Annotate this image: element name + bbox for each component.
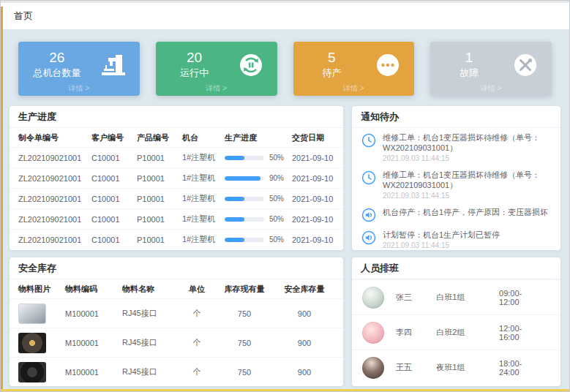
product-no: P10001 — [137, 215, 182, 224]
stat-card-fault[interactable]: 1 故障 详情 > — [430, 42, 552, 96]
shift-time: 12:00-16:00 — [499, 324, 550, 342]
machine: 1#注塑机 — [182, 234, 225, 245]
machine: 1#注塑机 — [182, 152, 225, 163]
column-header: 机台 — [182, 132, 225, 143]
ellipsis-icon — [370, 53, 405, 85]
stat-value: 20 — [156, 50, 233, 65]
detail-link[interactable]: 详情 > — [18, 83, 140, 94]
material-unit: 个 — [179, 337, 214, 348]
column-header: 客户编号 — [91, 132, 137, 143]
material-name: RJ45接口 — [122, 337, 179, 348]
order-no: ZL202109021001 — [18, 215, 91, 224]
production-panel: 生产进度 制令单编号 客户编号 产品编号 机台 生产进度 交货日期 ZL2021… — [10, 106, 343, 250]
machine-icon — [96, 54, 131, 83]
progress-label: 90% — [269, 174, 284, 182]
notification-item[interactable]: 计划暂停：机台1生产计划已暂停 2021.09.03 11:44:15 — [352, 225, 560, 250]
material-unit: 个 — [179, 308, 214, 319]
progress-bar — [225, 197, 264, 201]
detail-link[interactable]: 详情 > — [156, 83, 277, 94]
stat-card-waiting[interactable]: 5 待产 详情 > — [293, 42, 415, 96]
delivery-date: 2021-09-10 — [292, 174, 334, 183]
detail-link[interactable]: 详情 > — [293, 83, 415, 94]
delivery-date: 2021-09-10 — [292, 195, 334, 203]
detail-link[interactable]: 详情 > — [430, 83, 552, 94]
inventory-panel: 安全库存 物料图片 物料编码 物料名称 单位 库存现有量 安全库存量 M1000… — [10, 257, 343, 386]
table-row: ZL202109021001 C10001 P10001 1#注塑机 50% 2… — [10, 229, 343, 249]
notification-time: 2021.09.03 11:44:15 — [383, 192, 552, 200]
column-header: 单位 — [179, 284, 214, 295]
progress-label: 50% — [269, 195, 284, 203]
shift-time: 18:00-24:00 — [499, 359, 550, 377]
shift-time: 09:00-12:00 — [499, 289, 550, 306]
customer-no: C10001 — [91, 154, 137, 162]
column-header: 库存现有量 — [214, 284, 274, 295]
column-header: 交货日期 — [292, 132, 334, 143]
window-top-edge — [1, 1, 569, 3]
stat-card-running[interactable]: 20 运行中 详情 > — [156, 42, 277, 96]
stock-on-hand: 750 — [214, 309, 274, 318]
safety-stock: 900 — [274, 339, 334, 347]
panel-title: 生产进度 — [10, 106, 343, 128]
progress-bar — [225, 217, 264, 222]
stat-value: 26 — [18, 50, 96, 65]
employee-name: 张三 — [396, 292, 436, 303]
progress-fill — [225, 176, 260, 181]
material-code: M100001 — [65, 339, 122, 347]
order-no: ZL202109021001 — [18, 235, 91, 244]
safety-stock: 900 — [274, 368, 334, 377]
delivery-date: 2021-09-10 — [292, 215, 334, 224]
stat-label: 故障 — [430, 67, 508, 80]
clock-icon — [361, 132, 377, 148]
customer-no: C10001 — [91, 215, 137, 224]
progress-cell: 50% — [225, 235, 292, 244]
customer-no: C10001 — [91, 195, 137, 203]
material-code: M100001 — [65, 368, 122, 377]
order-no: ZL202109021001 — [18, 174, 91, 183]
material-unit: 个 — [179, 366, 214, 377]
stock-on-hand: 750 — [214, 339, 274, 347]
notification-time: 2021.09.03 11:44:15 — [383, 154, 552, 163]
notification-text: 计划暂停：机台1生产计划已暂停 — [383, 230, 500, 240]
progress-bar — [225, 156, 264, 160]
column-header: 物料图片 — [18, 284, 65, 295]
material-name: RJ45接口 — [122, 366, 179, 377]
table-header: 制令单编号 客户编号 产品编号 机台 生产进度 交货日期 — [10, 128, 343, 147]
stat-card-total-machines[interactable]: 26 总机台数量 详情 > — [18, 42, 140, 96]
schedule-row: 张三 白班1组 09:00-12:00 — [352, 279, 560, 314]
material-image — [18, 333, 46, 353]
column-header: 安全库存量 — [274, 284, 334, 295]
product-no: P10001 — [137, 195, 182, 203]
table-row: M100001 RJ45接口 个 750 900 — [10, 357, 343, 386]
dashboard-page: 首页 26 总机台数量 详情 > 20 — [0, 0, 570, 392]
table-row: M100001 RJ45接口 个 750 900 — [10, 328, 343, 357]
speaker-icon — [361, 207, 377, 223]
avatar — [362, 322, 384, 344]
shift-group: 白班2组 — [436, 327, 499, 338]
customer-no: C10001 — [91, 174, 137, 183]
progress-label: 50% — [269, 154, 284, 162]
progress-bar — [225, 238, 264, 242]
stat-label: 待产 — [293, 67, 371, 80]
column-header: 物料名称 — [122, 284, 179, 295]
stat-cards: 26 总机台数量 详情 > 20 运行中 — [18, 42, 552, 96]
panel-title: 安全库存 — [10, 257, 343, 279]
schedule-row: 李四 白班2组 12:00-16:00 — [352, 314, 560, 350]
progress-bar — [225, 176, 264, 181]
product-no: P10001 — [137, 154, 182, 162]
table-row: ZL202109021001 C10001 P10001 1#注塑机 50% 2… — [10, 188, 343, 208]
table-row: M100001 RJ45接口 个 750 900 — [10, 298, 343, 328]
material-code: M100001 — [65, 309, 122, 318]
table-row: ZL202109021001 C10001 P10001 1#注塑机 50% 2… — [10, 208, 343, 229]
employee-name: 王五 — [396, 362, 436, 373]
notification-item[interactable]: 机台停产：机台1停产，停产原因：变压器损坏 — [352, 203, 560, 225]
progress-cell: 50% — [225, 215, 292, 223]
panel-grid: 生产进度 制令单编号 客户编号 产品编号 机台 生产进度 交货日期 ZL2021… — [10, 106, 560, 386]
notification-item[interactable]: 维修工单：机台1变压器损坏待维修（单号：WX202109031001） 2021… — [352, 128, 560, 165]
notification-item[interactable]: 维修工单：机台1变压器损坏待维修（单号：WX202109031001） 2021… — [352, 165, 560, 203]
stat-value: 1 — [430, 50, 508, 65]
tab-home[interactable]: 首页 — [14, 10, 33, 23]
table-row: ZL202109021001 C10001 P10001 1#注塑机 50% 2… — [10, 147, 343, 167]
progress-cell: 50% — [225, 195, 292, 203]
schedule-panel: 人员排班 张三 白班1组 09:00-12:00 李四 白班2组 12:00-1… — [352, 257, 560, 386]
machine: 1#注塑机 — [182, 193, 225, 204]
